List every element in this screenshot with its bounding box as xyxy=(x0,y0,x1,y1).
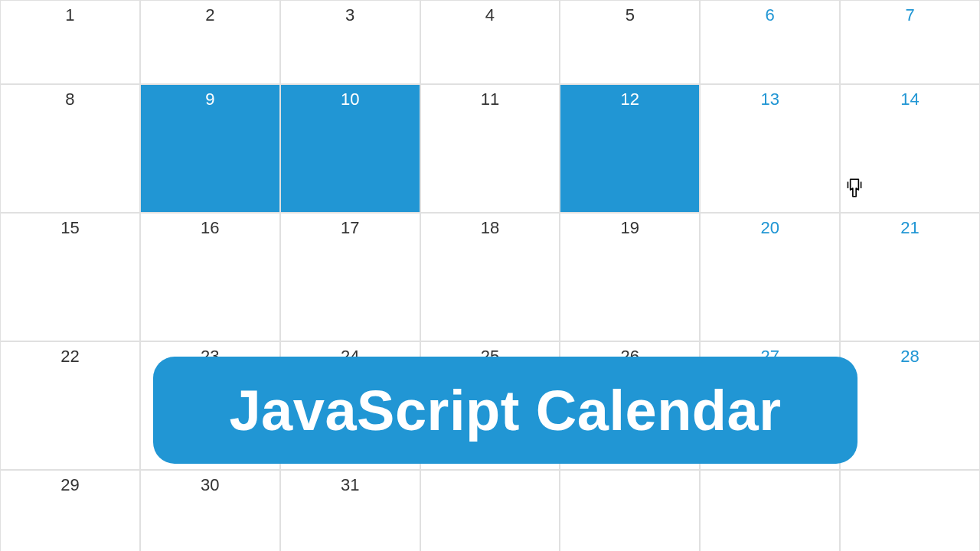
day-cell-6[interactable]: 6 xyxy=(700,0,840,84)
day-cell-empty xyxy=(840,470,980,551)
day-cell-16[interactable]: 16 xyxy=(140,213,280,341)
day-number: 29 xyxy=(1,475,139,495)
day-number: 22 xyxy=(1,347,139,367)
day-number: 15 xyxy=(1,218,139,238)
calendar-grid: 1234567891011121314151617181920212223242… xyxy=(0,0,980,551)
day-number: 30 xyxy=(141,475,279,495)
day-number: 19 xyxy=(560,218,699,238)
day-cell-29[interactable]: 29 xyxy=(0,470,140,551)
day-number: 11 xyxy=(421,90,560,109)
day-cell-4[interactable]: 4 xyxy=(420,0,560,84)
day-cell-18[interactable]: 18 xyxy=(420,213,560,341)
day-cell-17[interactable]: 17 xyxy=(280,213,420,341)
day-number: 6 xyxy=(701,5,839,25)
title-overlay: JavaScript Calendar xyxy=(153,357,858,464)
day-number: 7 xyxy=(841,5,979,25)
day-number: 21 xyxy=(841,218,979,238)
day-number: 20 xyxy=(701,218,839,238)
day-cell-12[interactable]: 12 xyxy=(560,84,700,213)
day-cell-28[interactable]: 28 xyxy=(840,341,980,470)
day-number: 14 xyxy=(841,90,979,109)
day-cell-5[interactable]: 5 xyxy=(560,0,700,84)
day-cell-11[interactable]: 11 xyxy=(420,84,560,213)
day-cell-3[interactable]: 3 xyxy=(280,0,420,84)
day-cell-20[interactable]: 20 xyxy=(700,213,840,341)
day-cell-1[interactable]: 1 xyxy=(0,0,140,84)
overlay-title-text: JavaScript Calendar xyxy=(229,378,781,443)
day-number: 9 xyxy=(141,90,279,109)
day-number: 28 xyxy=(841,347,979,367)
day-cell-30[interactable]: 30 xyxy=(140,470,280,551)
day-number: 13 xyxy=(701,90,839,109)
day-cell-9[interactable]: 9 xyxy=(140,84,280,213)
day-number: 31 xyxy=(281,475,420,495)
day-cell-14[interactable]: 14 xyxy=(840,84,980,213)
day-cell-7[interactable]: 7 xyxy=(840,0,980,84)
day-cell-2[interactable]: 2 xyxy=(140,0,280,84)
day-number: 10 xyxy=(281,90,420,109)
day-number: 4 xyxy=(421,5,560,25)
day-number: 1 xyxy=(1,5,139,25)
day-cell-empty xyxy=(420,470,560,551)
day-cell-empty xyxy=(560,470,700,551)
day-number: 5 xyxy=(560,5,699,25)
day-number: 16 xyxy=(141,218,279,238)
day-number: 2 xyxy=(141,5,279,25)
day-number: 3 xyxy=(281,5,420,25)
day-cell-empty xyxy=(700,470,840,551)
day-cell-15[interactable]: 15 xyxy=(0,213,140,341)
day-cell-13[interactable]: 13 xyxy=(700,84,840,213)
day-number: 8 xyxy=(1,90,139,109)
day-cell-8[interactable]: 8 xyxy=(0,84,140,213)
day-number: 12 xyxy=(560,90,699,109)
day-cell-10[interactable]: 10 xyxy=(280,84,420,213)
day-cell-21[interactable]: 21 xyxy=(840,213,980,341)
day-cell-19[interactable]: 19 xyxy=(560,213,700,341)
day-cell-31[interactable]: 31 xyxy=(280,470,420,551)
day-number: 18 xyxy=(421,218,560,238)
day-cell-22[interactable]: 22 xyxy=(0,341,140,470)
day-number: 17 xyxy=(281,218,420,238)
